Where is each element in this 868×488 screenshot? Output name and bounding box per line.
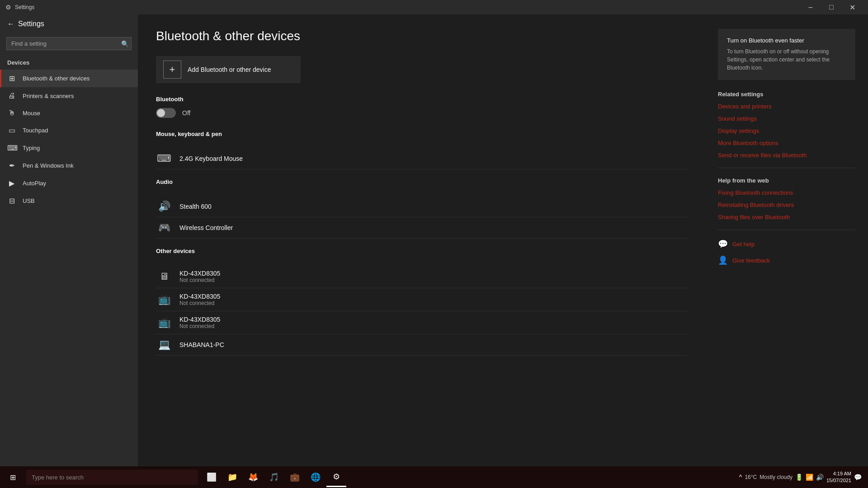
wifi-icon[interactable]: 📶	[806, 474, 813, 481]
add-icon: +	[163, 61, 181, 79]
other-device-name-1: KD-43XD8305	[179, 293, 220, 300]
other-device-status-0: Not connected	[179, 277, 220, 283]
help-link-0[interactable]: Fixing Bluetooth connections	[718, 189, 855, 196]
keyboard-device-name: 2.4G Keyboard Mouse	[179, 155, 243, 162]
give-feedback-label[interactable]: Give feedback	[732, 257, 770, 264]
other-device-icon-0: 🖥	[156, 271, 172, 282]
give-feedback-item[interactable]: 👤 Give feedback	[718, 255, 855, 265]
get-help-icon: 💬	[718, 239, 728, 249]
taskbar: ⊞ ⬜ 📁 🦊 🎵 💼 🌐 ⚙ ^ 16°C Mostly cloudy 🔋 📶…	[0, 466, 868, 488]
bluetooth-section-heading: Bluetooth	[156, 96, 687, 103]
chevron-up-icon[interactable]: ^	[739, 474, 742, 481]
main-content: Bluetooth & other devices + Add Bluetoot…	[138, 14, 705, 466]
settings-app[interactable]: ⚙	[326, 467, 346, 487]
printers-nav-label: Printers & scanners	[23, 93, 74, 99]
panel-divider-2	[718, 230, 855, 230]
mouse-keyboard-section-heading: Mouse, keyboard & pen	[156, 131, 687, 137]
volume-icon[interactable]: 🔊	[816, 474, 824, 481]
sidebar-item-typing[interactable]: ⌨ Typing	[0, 139, 138, 157]
other-device-icon-3: 💻	[156, 339, 172, 351]
teams-app[interactable]: 💼	[285, 467, 305, 487]
tip-title: Turn on Bluetooth even faster	[727, 37, 846, 44]
help-link-2[interactable]: Sharing files over Bluetooth	[718, 214, 855, 221]
related-links: Devices and printersSound settingsDispla…	[718, 103, 855, 159]
taskbar-search-input[interactable]	[26, 469, 198, 485]
search-icon-button[interactable]: 🔍	[121, 40, 129, 47]
help-links: Fixing Bluetooth connectionsReinstalling…	[718, 189, 855, 221]
audio-device-name-2: Wireless Controller	[179, 224, 233, 231]
weather-desc: Mostly cloudy	[760, 474, 793, 480]
other-device-status-2: Not connected	[179, 323, 220, 329]
sidebar-nav: ⊞ Bluetooth & other devices 🖨 Printers &…	[0, 70, 138, 210]
minimize-button[interactable]: –	[800, 0, 821, 14]
right-panel: Turn on Bluetooth even faster To turn Bl…	[705, 14, 868, 466]
panel-divider	[718, 168, 855, 168]
tip-box: Turn on Bluetooth even faster To turn Bl…	[718, 29, 855, 80]
controller-icon: 🎮	[156, 222, 172, 234]
related-link-4[interactable]: Send or receive files via Bluetooth	[718, 152, 855, 159]
notification-icon[interactable]: 💬	[854, 474, 862, 481]
system-clock[interactable]: 4:19 AM 15/07/2021	[826, 470, 851, 484]
other-device-name-0: KD-43XD8305	[179, 270, 220, 277]
help-heading: Help from the web	[718, 177, 855, 184]
audio-section-heading: Audio	[156, 178, 687, 185]
page-title: Bluetooth & other devices	[156, 29, 687, 43]
firefox-app[interactable]: 🦊	[243, 467, 263, 487]
sidebar-item-pen[interactable]: ✒ Pen & Windows Ink	[0, 157, 138, 174]
sidebar-item-bluetooth[interactable]: ⊞ Bluetooth & other devices	[0, 70, 138, 87]
related-link-3[interactable]: More Bluetooth options	[718, 140, 855, 146]
sidebar-item-usb[interactable]: ⊟ USB	[0, 192, 138, 210]
tip-text: To turn Bluetooth on or off without open…	[727, 47, 846, 72]
system-tray: ^ 16°C Mostly cloudy 🔋 📶 🔊 4:19 AM 15/07…	[736, 470, 865, 484]
related-link-2[interactable]: Display settings	[718, 127, 855, 134]
other-devices-list: 🖥 KD-43XD8305 Not connected 📺 KD-43XD830…	[156, 265, 687, 356]
sidebar-item-autoplay[interactable]: ▶ AutoPlay	[0, 174, 138, 192]
taskbar-apps: ⬜ 📁 🦊 🎵 💼 🌐 ⚙	[202, 467, 346, 487]
maximize-button[interactable]: □	[821, 0, 842, 14]
bluetooth-toggle[interactable]	[156, 108, 176, 118]
search-input[interactable]	[6, 37, 132, 50]
sidebar-item-printers[interactable]: 🖨 Printers & scanners	[0, 87, 138, 104]
sidebar-item-touchpad[interactable]: ▭ Touchpad	[0, 122, 138, 139]
bluetooth-toggle-row: Off	[156, 108, 687, 118]
autoplay-nav-icon: ▶	[7, 179, 16, 188]
other-device-name-3: SHABANA1-PC	[179, 341, 224, 348]
battery-icon[interactable]: 🔋	[795, 474, 803, 481]
get-help-item[interactable]: 💬 Get help	[718, 239, 855, 249]
audio-device-item-2: 🎮 Wireless Controller	[156, 217, 687, 239]
typing-nav-icon: ⌨	[7, 144, 16, 152]
related-link-1[interactable]: Sound settings	[718, 115, 855, 122]
typing-nav-label: Typing	[23, 145, 40, 151]
bluetooth-toggle-label: Off	[182, 109, 190, 117]
task-view-button[interactable]: ⬜	[202, 467, 222, 487]
usb-nav-label: USB	[23, 197, 35, 204]
browser-app[interactable]: 🌐	[306, 467, 326, 487]
mouse-nav-icon: 🖱	[7, 109, 16, 117]
sidebar-item-mouse[interactable]: 🖱 Mouse	[0, 104, 138, 122]
app-body: ← Settings 🔍 Devices ⊞ Bluetooth & other…	[0, 14, 868, 466]
other-device-item-3: 💻 SHABANA1-PC	[156, 334, 687, 356]
help-link-1[interactable]: Reinstalling Bluetooth drivers	[718, 202, 855, 208]
other-devices-section-heading: Other devices	[156, 248, 687, 254]
audio-icon-1: 🔊	[156, 201, 172, 212]
related-link-0[interactable]: Devices and printers	[718, 103, 855, 110]
close-button[interactable]: ✕	[842, 0, 863, 14]
search-box[interactable]: 🔍	[6, 37, 132, 50]
back-arrow-icon: ←	[7, 20, 14, 28]
spotify-app[interactable]: 🎵	[264, 467, 284, 487]
titlebar: ⚙ Settings – □ ✕	[0, 0, 868, 14]
audio-device-item-1: 🔊 Stealth 600	[156, 196, 687, 217]
keyboard-device-item: ⌨ 2.4G Keyboard Mouse	[156, 148, 687, 169]
other-device-icon-2: 📺	[156, 317, 172, 328]
pen-nav-icon: ✒	[7, 161, 16, 170]
explorer-app[interactable]: 📁	[222, 467, 242, 487]
other-device-item-2: 📺 KD-43XD8305 Not connected	[156, 311, 687, 334]
other-device-item-1: 📺 KD-43XD8305 Not connected	[156, 288, 687, 311]
other-device-icon-1: 📺	[156, 294, 172, 305]
start-button[interactable]: ⊞	[3, 467, 23, 487]
add-device-button[interactable]: + Add Bluetooth or other device	[156, 56, 301, 83]
get-help-label[interactable]: Get help	[732, 241, 755, 248]
back-button[interactable]: ← Settings	[0, 14, 138, 33]
sidebar: ← Settings 🔍 Devices ⊞ Bluetooth & other…	[0, 14, 138, 466]
window-title: Settings	[15, 4, 800, 10]
